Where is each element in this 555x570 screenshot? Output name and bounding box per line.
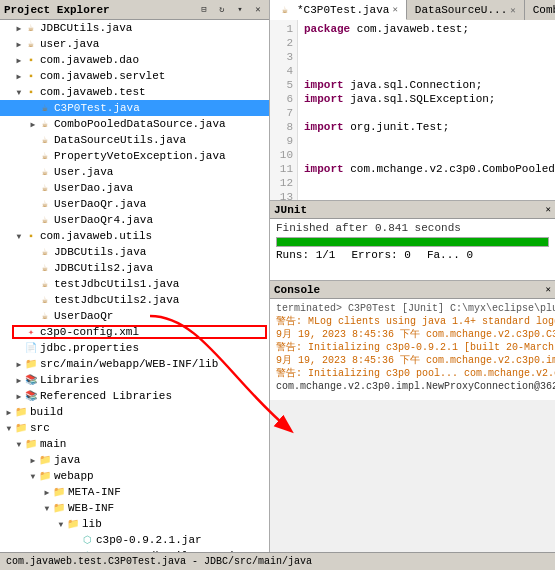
status-text: com.javaweb.test.C3P0Test.java - JDBC/sr… — [6, 556, 312, 567]
tab-label: *C3P0Test.java — [297, 4, 389, 16]
console-line-1: 警告: MLog clients using java 1.4+ standar… — [276, 315, 549, 328]
tree-item-datasourceutils[interactable]: ☕ DataSourceUtils.java — [0, 132, 269, 148]
java-icon: ☕ — [38, 277, 52, 291]
tree-item-userdao[interactable]: ☕ UserDao.java — [0, 180, 269, 196]
menu-icon[interactable]: ▾ — [233, 3, 247, 17]
tree-item-jdbc-props[interactable]: 📄 jdbc.properties — [0, 340, 269, 356]
tree-item-propertyveto[interactable]: ☕ PropertyVetoException.java — [0, 148, 269, 164]
line-numbers: 12345 678910 111213 14 1516171819 202122… — [270, 20, 298, 200]
tree-label: User.java — [54, 166, 113, 178]
tree-arrow — [28, 280, 38, 289]
junit-progress-fill — [277, 238, 548, 246]
java-icon: ☕ — [24, 37, 38, 51]
code-editor[interactable]: 12345 678910 111213 14 1516171819 202122… — [270, 20, 555, 200]
tree-label: UserDaoQr4.java — [54, 214, 153, 226]
tree-item-web-inf[interactable]: ▼ 📁 WEB-INF — [0, 500, 269, 516]
tree-item-test-pkg[interactable]: ▼ ▪ com.javaweb.test — [0, 84, 269, 100]
tree-item-referenced-libs[interactable]: ▶ 📚 Referenced Libraries — [0, 388, 269, 404]
java-icon: ☕ — [38, 309, 52, 323]
junit-header: JUnit ✕ — [270, 201, 555, 219]
tree-item-main[interactable]: ▼ 📁 main — [0, 436, 269, 452]
tree-label: Referenced Libraries — [40, 390, 172, 402]
tree-label: C3P0Test.java — [54, 102, 140, 114]
close-panel-icon[interactable]: ✕ — [251, 3, 265, 17]
tree-item-c3p0test[interactable]: ☕ C3P0Test.java — [0, 100, 269, 116]
tree-item-testjdbc1[interactable]: ☕ testJdbcUtils1.java — [0, 276, 269, 292]
tree-item-lib2[interactable]: ▼ 📁 lib — [0, 516, 269, 532]
tree-arrow: ▼ — [14, 88, 24, 97]
tree-item-jdbcutils3[interactable]: ☕ JDBCUtils2.java — [0, 260, 269, 276]
tree-label: com.javaweb.test — [40, 86, 146, 98]
junit-close-icon[interactable]: ✕ — [546, 204, 551, 215]
tree-item-servlet[interactable]: ▶ ▪ com.javaweb.servlet — [0, 68, 269, 84]
folder-icon: 📁 — [14, 405, 28, 419]
console-line-3: 警告: Initializing c3p0-0.9.2.1 [built 20-… — [276, 341, 549, 354]
tab-close-icon[interactable]: ✕ — [510, 5, 515, 16]
junit-tab-label[interactable]: JUnit — [274, 204, 307, 216]
console-panel: Console ✕ terminated> C3P0Test [JUnit] C… — [270, 281, 555, 400]
tree-item-userdaoqr4[interactable]: ☕ UserDaoQr4.java — [0, 212, 269, 228]
tree-item-userdaoqr[interactable]: ☕ UserDaoQr.java — [0, 196, 269, 212]
tree-arrow — [28, 136, 38, 145]
tree-item-user2[interactable]: ☕ User.java — [0, 164, 269, 180]
junit-progress-row — [276, 237, 549, 247]
tree-item-build[interactable]: ▶ 📁 build — [0, 404, 269, 420]
tab-close-icon[interactable]: ✕ — [392, 4, 397, 15]
tree-arrow: ▼ — [56, 520, 66, 529]
tab-c3p0test[interactable]: ☕ *C3P0Test.java ✕ — [270, 0, 407, 20]
package-icon: ▪ — [24, 229, 38, 243]
tree-item-webapp2[interactable]: ▼ 📁 webapp — [0, 468, 269, 484]
tree-item-meta-inf[interactable]: ▶ 📁 META-INF — [0, 484, 269, 500]
xml-icon: ✦ — [24, 325, 38, 339]
tree-item-jdbcutils2[interactable]: ☕ JDBCUtils.java — [0, 244, 269, 260]
console-line-2: 9月 19, 2023 8:45:36 下午 com.mchange.v2.c3… — [276, 328, 549, 341]
junit-errors-value: 0 — [404, 249, 411, 261]
tree-arrow — [70, 536, 80, 545]
tree-item-src[interactable]: ▼ 📁 src — [0, 420, 269, 436]
tree-label: JDBCUtils2.java — [54, 262, 153, 274]
tree-item-utils-pkg[interactable]: ▼ ▪ com.javaweb.utils — [0, 228, 269, 244]
tree-item-libraries[interactable]: ▶ 📚 Libraries — [0, 372, 269, 388]
tree-label: java — [54, 454, 80, 466]
console-line-4: 9月 19, 2023 8:45:36 下午 com.mchange.v2.c3… — [276, 354, 549, 367]
lib-icon: 📚 — [24, 389, 38, 403]
tree-arrow — [28, 264, 38, 273]
tree-arrow — [28, 296, 38, 305]
tree-arrow — [14, 344, 24, 353]
tree-arrow — [28, 168, 38, 177]
tree-item-c3p0jar[interactable]: ⬡ c3p0-0.9.2.1.jar — [0, 532, 269, 548]
junit-runs-label: Runs: 1/1 — [276, 249, 335, 261]
console-close-icon[interactable]: ✕ — [546, 284, 551, 295]
tab-combopooled[interactable]: ComboPooled... ✕ — [525, 0, 555, 20]
tree-label: c3p0-config.xml — [40, 326, 139, 338]
tree-arrow — [28, 312, 38, 321]
tree-item-webapp-folder[interactable]: ▶ 📁 src/main/webapp/WEB-INF/lib — [0, 356, 269, 372]
tree-arrow: ▶ — [14, 72, 24, 81]
project-explorer-panel: Project Explorer ⊟ ↻ ▾ ✕ ▶ ☕ JDBCUtils.j… — [0, 0, 270, 552]
tree-item-testjdbc2[interactable]: ☕ testJdbcUtils2.java — [0, 292, 269, 308]
tree-label: JDBCUtils.java — [40, 22, 132, 34]
tree-item-jdbcutils[interactable]: ▶ ☕ JDBCUtils.java — [0, 20, 269, 36]
tree-arrow — [14, 328, 24, 337]
tree-arrow: ▼ — [14, 440, 24, 449]
tree-item-user[interactable]: ▶ ☕ user.java — [0, 36, 269, 52]
console-line-6: com.mchange.v2.c3p0.impl.NewProxyConnect… — [276, 380, 549, 393]
tree-arrow: ▶ — [14, 40, 24, 49]
tree-arrow: ▶ — [28, 120, 38, 129]
tab-datasource[interactable]: DataSourceU... ✕ — [407, 0, 525, 20]
tree-arrow — [28, 200, 38, 209]
tree-item-java-folder[interactable]: ▶ 📁 java — [0, 452, 269, 468]
tree-item-dao[interactable]: ▶ ▪ com.javaweb.dao — [0, 52, 269, 68]
console-tab-label[interactable]: Console — [274, 284, 320, 296]
tree-item-userdaoqr-utils[interactable]: ☕ UserDaoQr — [0, 308, 269, 324]
tree-item-c3p0config[interactable]: ✦ c3p0-config.xml — [0, 324, 269, 340]
java-icon: ☕ — [38, 165, 52, 179]
tree-label: c3p0-0.9.2.1.jar — [96, 534, 202, 546]
tree-label: META-INF — [68, 486, 121, 498]
tree-item-combopooled[interactable]: ▶ ☕ ComboPooledDataSource.java — [0, 116, 269, 132]
collapse-icon[interactable]: ⊟ — [197, 3, 211, 17]
sync-icon[interactable]: ↻ — [215, 3, 229, 17]
tree-arrow: ▼ — [28, 472, 38, 481]
jar-icon: ⬡ — [80, 533, 94, 547]
tree-label: jdbc.properties — [40, 342, 139, 354]
